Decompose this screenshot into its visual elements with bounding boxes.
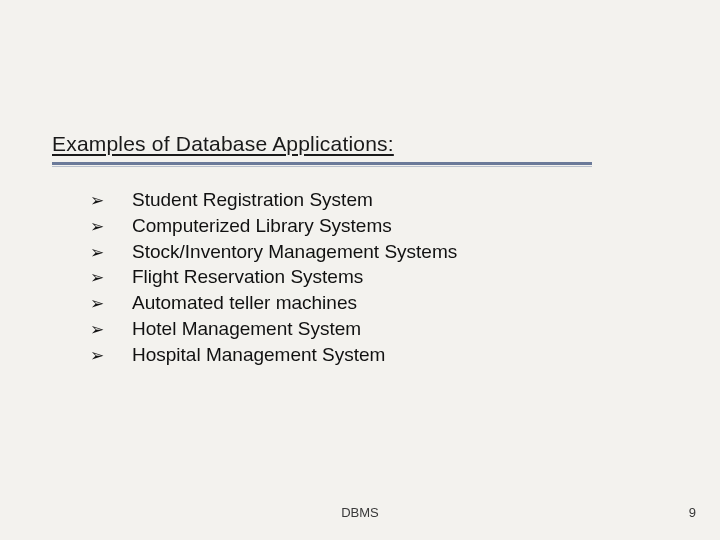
arrow-bullet-icon: ➢ (90, 242, 132, 263)
rule-line (52, 162, 592, 165)
list-item-text: Automated teller machines (132, 291, 357, 315)
list-item-text: Student Registration System (132, 188, 373, 212)
bullet-list: ➢ Student Registration System ➢ Computer… (90, 188, 650, 368)
arrow-bullet-icon: ➢ (90, 190, 132, 211)
list-item-text: Flight Reservation Systems (132, 265, 363, 289)
list-item: ➢ Stock/Inventory Management Systems (90, 240, 650, 264)
footer-text: DBMS (0, 505, 720, 520)
list-item-text: Computerized Library Systems (132, 214, 392, 238)
arrow-bullet-icon: ➢ (90, 267, 132, 288)
list-item: ➢ Hotel Management System (90, 317, 650, 341)
list-item-text: Hotel Management System (132, 317, 361, 341)
list-item: ➢ Automated teller machines (90, 291, 650, 315)
list-item-text: Stock/Inventory Management Systems (132, 240, 457, 264)
page-number: 9 (689, 505, 696, 520)
list-item: ➢ Hospital Management System (90, 343, 650, 367)
slide-title: Examples of Database Applications: (52, 132, 394, 155)
arrow-bullet-icon: ➢ (90, 216, 132, 237)
arrow-bullet-icon: ➢ (90, 293, 132, 314)
title-area: Examples of Database Applications: (52, 132, 394, 156)
rule-shadow (52, 166, 592, 167)
arrow-bullet-icon: ➢ (90, 345, 132, 366)
arrow-bullet-icon: ➢ (90, 319, 132, 340)
list-item-text: Hospital Management System (132, 343, 385, 367)
list-item: ➢ Student Registration System (90, 188, 650, 212)
list-item: ➢ Computerized Library Systems (90, 214, 650, 238)
slide: Examples of Database Applications: ➢ Stu… (0, 0, 720, 540)
list-item: ➢ Flight Reservation Systems (90, 265, 650, 289)
title-underline-rule (52, 162, 592, 168)
